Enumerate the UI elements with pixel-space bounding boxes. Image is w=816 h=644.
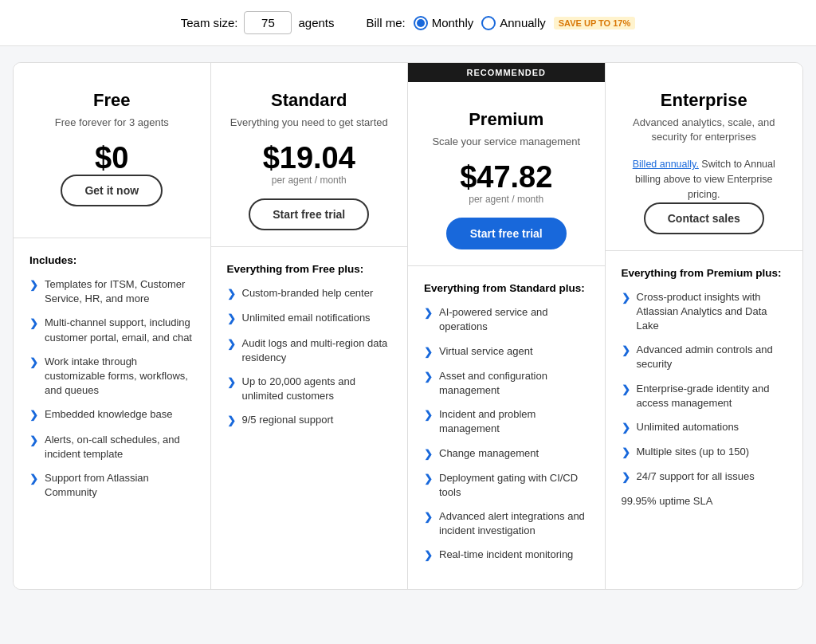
enterprise-billing-note: Billed annually. Switch to Annual billin… <box>622 157 787 202</box>
feature-item: ❯ Templates for ITSM, Customer Service, … <box>29 277 194 306</box>
plan-btn-premium[interactable]: Start free trial <box>446 218 567 249</box>
feature-list-standard: ❯ Custom-branded help center ❯ Unlimited… <box>227 286 392 428</box>
feature-item: ❯ Alerts, on-call schedules, and inciden… <box>29 433 194 461</box>
plan-name-standard: Standard <box>271 90 347 111</box>
chevron-right-icon: ❯ <box>227 414 236 428</box>
plan-header-enterprise: Enterprise Advanced analytics, scale, an… <box>606 63 803 251</box>
annually-option[interactable]: Annually <box>481 16 546 30</box>
feature-item: ❯ 24/7 support for all issues <box>622 469 787 485</box>
feature-text: Virtual service agent <box>439 344 533 359</box>
feature-item: ❯ Asset and configuration management <box>424 369 589 398</box>
plan-price-standard: $19.04 <box>263 143 355 173</box>
chevron-right-icon: ❯ <box>622 421 630 435</box>
plan-name-free: Free <box>93 90 130 111</box>
feature-text: Custom-branded help center <box>242 286 374 300</box>
bill-me-label: Bill me: <box>367 16 406 29</box>
chevron-right-icon: ❯ <box>29 408 38 422</box>
features-title-standard: Everything from Free plus: <box>227 263 392 275</box>
feature-item: ❯ Multi-channel support, including custo… <box>29 316 194 344</box>
save-badge: SAVE UP TO 17% <box>554 17 635 29</box>
annually-radio[interactable] <box>481 16 496 30</box>
bill-me-group: Bill me: Monthly Annually SAVE UP TO 17% <box>367 16 636 30</box>
plan-price-free: $0 <box>95 143 128 173</box>
chevron-right-icon: ❯ <box>29 278 38 293</box>
chevron-right-icon: ❯ <box>227 287 236 301</box>
feature-item: ❯ 9/5 regional support <box>227 413 392 428</box>
billed-annually-link[interactable]: Billed annually. <box>633 159 699 170</box>
recommended-banner: RECOMMENDED <box>408 63 605 82</box>
chevron-right-icon: ❯ <box>424 345 433 359</box>
plan-desc-standard: Everything you need to get started <box>230 116 388 130</box>
feature-text: Deployment gating with CI/CD tools <box>439 471 589 500</box>
feature-text: 9/5 regional support <box>242 413 334 427</box>
pricing-container: Free Free forever for 3 agents $0 Get it… <box>0 46 816 606</box>
feature-item: ❯ Multiple sites (up to 150) <box>622 445 787 460</box>
feature-text: Enterprise-grade identity and access man… <box>637 382 787 410</box>
feature-item: ❯ Work intake through customizable forms… <box>29 355 194 399</box>
plan-card-standard: Standard Everything you need to get star… <box>211 63 409 589</box>
feature-item: ❯ Advanced alert integrations and incide… <box>424 509 589 538</box>
monthly-option[interactable]: Monthly <box>414 16 474 30</box>
feature-text: Real-time incident monitoring <box>439 548 573 562</box>
chevron-right-icon: ❯ <box>622 344 630 358</box>
chevron-right-icon: ❯ <box>227 312 236 326</box>
plan-btn-enterprise[interactable]: Contact sales <box>644 202 764 234</box>
uptime-note: 99.95% uptime SLA <box>622 495 787 507</box>
plan-btn-free[interactable]: Get it now <box>61 175 163 206</box>
plan-desc-enterprise: Advanced analytics, scale, and security … <box>622 116 787 144</box>
chevron-right-icon: ❯ <box>29 316 38 331</box>
feature-text: Audit logs and multi-region data residen… <box>242 336 392 365</box>
team-size-input[interactable] <box>244 11 292 34</box>
feature-text: Embedded knowledge base <box>45 407 172 422</box>
feature-item: ❯ Deployment gating with CI/CD tools <box>424 471 589 500</box>
plan-btn-standard[interactable]: Start free trial <box>249 198 369 230</box>
monthly-label: Monthly <box>432 16 474 29</box>
plan-name-premium: Premium <box>469 109 543 130</box>
chevron-right-icon: ❯ <box>424 548 433 563</box>
feature-text: AI-powered service and operations <box>439 305 589 334</box>
plan-price-premium: $47.82 <box>460 162 552 192</box>
feature-text: Up to 20,000 agents and unlimited custom… <box>242 375 392 403</box>
feature-item: ❯ Change management <box>424 446 589 461</box>
feature-item: ❯ Incident and problem management <box>424 407 589 436</box>
plan-desc-premium: Scale your service management <box>432 135 580 149</box>
plan-header-standard: Standard Everything you need to get star… <box>211 63 408 247</box>
feature-list-premium: ❯ AI-powered service and operations ❯ Vi… <box>424 305 589 563</box>
chevron-right-icon: ❯ <box>424 306 433 320</box>
chevron-right-icon: ❯ <box>424 447 433 461</box>
feature-text: Multi-channel support, including custome… <box>45 316 194 344</box>
feature-text: Templates for ITSM, Customer Service, HR… <box>45 277 194 306</box>
feature-item: ❯ Real-time incident monitoring <box>424 548 589 563</box>
monthly-radio[interactable] <box>414 16 428 30</box>
feature-text: Unlimited automations <box>637 420 740 434</box>
chevron-right-icon: ❯ <box>29 472 38 486</box>
features-title-enterprise: Everything from Premium plus: <box>622 267 787 279</box>
team-size-group: Team size: agents <box>181 11 335 34</box>
chevron-right-icon: ❯ <box>622 470 630 485</box>
plan-name-enterprise: Enterprise <box>661 90 747 111</box>
chevron-right-icon: ❯ <box>29 355 38 370</box>
feature-text: Unlimited email notifications <box>242 311 371 325</box>
chevron-right-icon: ❯ <box>227 337 236 351</box>
feature-text: Change management <box>439 446 539 461</box>
chevron-right-icon: ❯ <box>424 472 433 486</box>
plan-features-premium: Everything from Standard plus: ❯ AI-powe… <box>408 266 605 588</box>
feature-text: Asset and configuration management <box>439 369 589 398</box>
chevron-right-icon: ❯ <box>424 510 433 524</box>
plan-features-enterprise: Everything from Premium plus: ❯ Cross-pr… <box>606 251 803 589</box>
agents-label: agents <box>298 16 334 29</box>
feature-item: ❯ Cross-product insights with Atlassian … <box>622 290 787 334</box>
plan-card-free: Free Free forever for 3 agents $0 Get it… <box>14 63 211 589</box>
plan-card-premium: RECOMMENDED Premium Scale your service m… <box>408 63 606 589</box>
chevron-right-icon: ❯ <box>622 291 630 305</box>
feature-item: ❯ Embedded knowledge base <box>29 407 194 422</box>
feature-list-enterprise: ❯ Cross-product insights with Atlassian … <box>622 290 787 485</box>
feature-item: ❯ Enterprise-grade identity and access m… <box>622 382 787 410</box>
plan-features-standard: Everything from Free plus: ❯ Custom-bran… <box>211 247 408 588</box>
features-title-free: Includes: <box>29 254 194 266</box>
price-sub-standard: per agent / month <box>272 175 347 186</box>
plans-grid: Free Free forever for 3 agents $0 Get it… <box>13 62 803 590</box>
feature-item: ❯ Virtual service agent <box>424 344 589 359</box>
feature-item: ❯ Custom-branded help center <box>227 286 392 301</box>
feature-text: Multiple sites (up to 150) <box>637 445 750 459</box>
